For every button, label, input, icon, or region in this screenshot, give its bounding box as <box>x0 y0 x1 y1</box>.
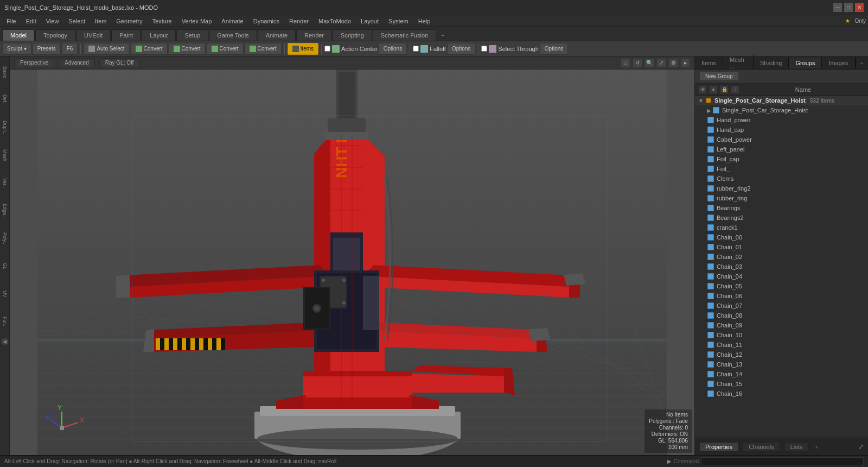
tree-item-13[interactable]: Chain_00 <box>695 232 868 242</box>
menu-view[interactable]: View <box>42 17 63 26</box>
viewport-perspective-tab[interactable]: Perspective <box>14 58 54 67</box>
menu-file[interactable]: File <box>2 17 21 26</box>
items-button[interactable]: Items <box>288 43 318 55</box>
menu-animate[interactable]: Animate <box>217 17 247 26</box>
tree-item-20[interactable]: Chain_07 <box>695 301 868 311</box>
viewport-more-button[interactable]: ▸ <box>680 58 690 68</box>
tab-setup[interactable]: Setup <box>176 29 208 41</box>
left-panel-edges[interactable]: Edge.. <box>1 197 9 224</box>
presets-button[interactable]: Presets <box>33 43 61 55</box>
menu-edit[interactable]: Edit <box>22 17 41 26</box>
tree-item-12[interactable]: cranck1 <box>695 223 868 232</box>
close-button[interactable]: ✕ <box>855 3 864 12</box>
tree-item-11[interactable]: Bearings2 <box>695 213 868 223</box>
auto-select-button[interactable]: Auto Select <box>84 43 129 55</box>
tree-item-21[interactable]: Chain_08 <box>695 311 868 320</box>
menu-dynamics[interactable]: Dynamics <box>249 17 284 26</box>
menu-render[interactable]: Render <box>285 17 313 26</box>
tree-item-4[interactable]: Left_panel <box>695 144 868 154</box>
tab-render[interactable]: Render <box>296 29 332 41</box>
viewport[interactable]: Perspective Advanced Ray GL: Off ⌂ ↺ 🔍 ⤢… <box>10 56 694 455</box>
maximize-button[interactable]: □ <box>844 3 853 12</box>
left-panel-collapse-button[interactable]: ◀ <box>1 338 9 345</box>
tree-item-28[interactable]: Chain_15 <box>695 379 868 389</box>
f6-button[interactable]: F6 <box>62 43 78 55</box>
left-panel-basic[interactable]: Basic <box>1 59 9 86</box>
tab-paint[interactable]: Paint <box>111 29 141 41</box>
viewport-settings-button[interactable]: ⚙ <box>668 58 678 68</box>
menu-system[interactable]: System <box>384 17 413 26</box>
tree-item-10[interactable]: Bearings <box>695 203 868 213</box>
tree-item-22[interactable]: Chain_09 <box>695 320 868 330</box>
left-panel-fur[interactable]: Fur.. <box>1 308 9 335</box>
tree-item-15[interactable]: Chain_02 <box>695 252 868 262</box>
left-panel-duplicate[interactable]: Dupli.. <box>1 114 9 141</box>
left-panel-def[interactable]: Def.. <box>1 86 9 113</box>
lists-tab[interactable]: Lists <box>784 442 809 452</box>
menu-geometry[interactable]: Geometry <box>112 17 146 26</box>
falloff-checkbox[interactable] <box>413 46 419 52</box>
right-tab-groups[interactable]: Groups <box>789 58 822 68</box>
options1-button[interactable]: Options <box>379 43 407 55</box>
tab-uvedit[interactable]: UVEdit <box>76 29 111 41</box>
bottom-add-button[interactable]: + <box>815 444 818 450</box>
menu-vertex-map[interactable]: Vertex Map <box>177 17 216 26</box>
tree-item-6[interactable]: Foil_ <box>695 164 868 174</box>
groups-lock-button[interactable]: 🔒 <box>720 85 729 94</box>
options3-button[interactable]: Options <box>540 43 568 55</box>
viewport-zoom-button[interactable]: 🔍 <box>644 58 654 68</box>
tree-item-17[interactable]: Chain_04 <box>695 272 868 281</box>
tree-item-19[interactable]: Chain_06 <box>695 291 868 301</box>
tab-animate[interactable]: Animate <box>258 29 296 41</box>
tree-item-7[interactable]: Clems <box>695 174 868 184</box>
new-group-button[interactable]: New Group <box>699 72 739 81</box>
bottom-expand-button[interactable]: ⤢ <box>858 443 864 451</box>
viewport-home-button[interactable]: ⌂ <box>621 58 630 68</box>
convert1-button[interactable]: Convert <box>131 43 168 55</box>
tree-item-24[interactable]: Chain_11 <box>695 340 868 350</box>
right-tab-mesh[interactable]: Mesh ... <box>723 54 754 72</box>
tree-item-16[interactable]: Chain_03 <box>695 262 868 272</box>
convert4-button[interactable]: Convert <box>245 43 282 55</box>
tree-item-3[interactable]: Cabel_power <box>695 135 868 144</box>
tab-layout[interactable]: Layout <box>142 29 176 41</box>
right-tab-items[interactable]: Items <box>695 58 723 68</box>
left-panel-uv[interactable]: UV <box>1 280 9 307</box>
tree-item-29[interactable]: Chain_16 <box>695 389 868 399</box>
left-panel-polygons[interactable]: Poly.. <box>1 225 9 252</box>
tab-model[interactable]: Model <box>2 29 35 41</box>
channels-tab[interactable]: Channels <box>743 442 780 452</box>
tree-item-8[interactable]: rubber_ring2 <box>695 184 868 193</box>
groups-info-button[interactable]: i <box>731 85 739 94</box>
tree-item-9[interactable]: rubber_ring <box>695 193 868 203</box>
right-tab-images[interactable]: Images <box>822 58 855 68</box>
menu-layout[interactable]: Layout <box>356 17 383 26</box>
tab-scripting[interactable]: Scripting <box>333 29 372 41</box>
tree-item-25[interactable]: Chain_12 <box>695 350 868 359</box>
tree-item-27[interactable]: Chain_14 <box>695 369 868 379</box>
tree-item-23[interactable]: Chain_10 <box>695 330 868 340</box>
menu-texture[interactable]: Texture <box>148 17 176 26</box>
action-center-checkbox[interactable] <box>324 46 330 52</box>
viewport-expand-button[interactable]: ⤢ <box>656 58 666 68</box>
groups-eye-button[interactable]: 👁 <box>698 85 707 94</box>
menu-help[interactable]: Help <box>414 17 435 26</box>
viewport-advanced-tab[interactable]: Advanced <box>59 58 94 67</box>
convert3-button[interactable]: Convert <box>207 43 244 55</box>
viewport-raygl-tab[interactable]: Ray GL: Off <box>99 58 140 67</box>
right-tab-add-button[interactable]: + <box>856 58 868 68</box>
tab-schematic-fusion[interactable]: Schematic Fusion <box>373 29 436 41</box>
minimize-button[interactable]: — <box>833 3 842 12</box>
tab-add-button[interactable]: + <box>437 30 449 41</box>
properties-tab[interactable]: Properties <box>699 442 738 452</box>
menu-select[interactable]: Select <box>64 17 90 26</box>
tree-item-2[interactable]: Hand_cap <box>695 125 868 135</box>
command-input[interactable] <box>701 457 864 465</box>
tree-item-1[interactable]: Hand_power <box>695 115 868 125</box>
tree-item-18[interactable]: Chain_05 <box>695 281 868 291</box>
tree-item-26[interactable]: Chain_13 <box>695 359 868 369</box>
right-tab-shading[interactable]: Shading <box>754 58 789 68</box>
menu-item[interactable]: Item <box>91 17 111 26</box>
tree-item-5[interactable]: Foil_cap <box>695 154 868 164</box>
tree-item-14[interactable]: Chain_01 <box>695 242 868 252</box>
